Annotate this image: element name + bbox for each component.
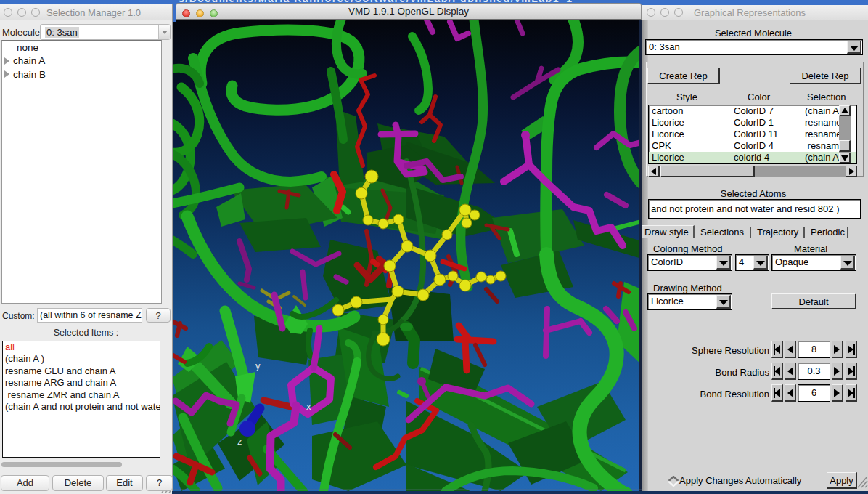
svg-text:x: x: [306, 401, 311, 412]
svg-text:y: y: [255, 360, 261, 371]
svg-text:z: z: [237, 436, 242, 447]
